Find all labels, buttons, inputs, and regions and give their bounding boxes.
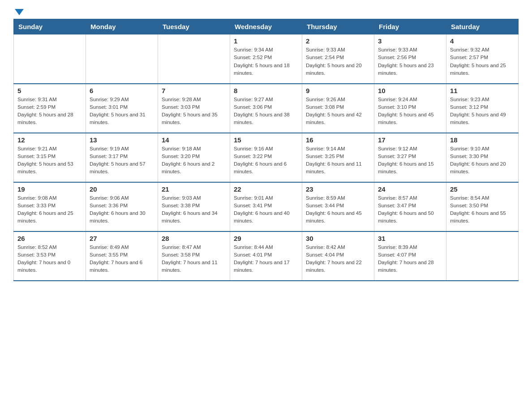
calendar-cell bbox=[14, 34, 86, 84]
calendar-cell: 11Sunrise: 9:23 AMSunset: 3:12 PMDayligh… bbox=[446, 84, 519, 133]
calendar-cell: 22Sunrise: 9:01 AMSunset: 3:41 PMDayligh… bbox=[230, 182, 302, 231]
calendar-cell: 3Sunrise: 9:33 AMSunset: 2:56 PMDaylight… bbox=[374, 34, 446, 84]
calendar-cell bbox=[86, 34, 158, 84]
column-header-thursday: Thursday bbox=[302, 19, 374, 34]
day-info: Sunrise: 9:26 AMSunset: 3:08 PMDaylight:… bbox=[306, 96, 370, 127]
calendar-cell bbox=[446, 231, 519, 281]
day-number: 29 bbox=[234, 235, 298, 242]
calendar-cell: 15Sunrise: 9:16 AMSunset: 3:22 PMDayligh… bbox=[230, 133, 302, 182]
column-header-friday: Friday bbox=[374, 19, 446, 34]
column-header-sunday: Sunday bbox=[14, 19, 86, 34]
column-header-monday: Monday bbox=[86, 19, 158, 34]
day-number: 26 bbox=[17, 235, 82, 242]
calendar-cell: 6Sunrise: 9:29 AMSunset: 3:01 PMDaylight… bbox=[86, 84, 158, 133]
calendar-cell: 18Sunrise: 9:10 AMSunset: 3:30 PMDayligh… bbox=[446, 133, 519, 182]
day-info: Sunrise: 8:49 AMSunset: 3:55 PMDaylight:… bbox=[90, 244, 154, 274]
calendar-cell: 10Sunrise: 9:24 AMSunset: 3:10 PMDayligh… bbox=[374, 84, 446, 133]
day-number: 24 bbox=[378, 185, 442, 193]
day-number: 9 bbox=[306, 87, 370, 94]
logo-triangle-icon bbox=[15, 9, 24, 15]
day-number: 28 bbox=[162, 235, 226, 242]
day-number: 13 bbox=[90, 136, 154, 144]
day-number: 21 bbox=[162, 185, 226, 193]
column-header-saturday: Saturday bbox=[446, 19, 519, 34]
day-info: Sunrise: 9:18 AMSunset: 3:20 PMDaylight:… bbox=[162, 145, 226, 176]
day-info: Sunrise: 8:39 AMSunset: 4:07 PMDaylight:… bbox=[378, 244, 442, 274]
day-number: 2 bbox=[306, 37, 370, 45]
day-info: Sunrise: 9:12 AMSunset: 3:27 PMDaylight:… bbox=[378, 145, 442, 176]
column-header-tuesday: Tuesday bbox=[158, 19, 230, 34]
day-number: 7 bbox=[162, 87, 226, 94]
calendar-cell: 4Sunrise: 9:32 AMSunset: 2:57 PMDaylight… bbox=[446, 34, 519, 84]
day-info: Sunrise: 8:47 AMSunset: 3:58 PMDaylight:… bbox=[162, 244, 226, 274]
day-number: 20 bbox=[90, 185, 154, 193]
day-number: 6 bbox=[90, 87, 154, 94]
day-info: Sunrise: 9:21 AMSunset: 3:15 PMDaylight:… bbox=[17, 145, 82, 176]
calendar-cell: 27Sunrise: 8:49 AMSunset: 3:55 PMDayligh… bbox=[86, 231, 158, 281]
calendar-week-row: 19Sunrise: 9:08 AMSunset: 3:33 PMDayligh… bbox=[14, 182, 519, 231]
day-number: 31 bbox=[378, 235, 442, 242]
calendar-cell: 24Sunrise: 8:57 AMSunset: 3:47 PMDayligh… bbox=[374, 182, 446, 231]
calendar-cell: 5Sunrise: 9:31 AMSunset: 2:59 PMDaylight… bbox=[14, 84, 86, 133]
calendar-cell: 26Sunrise: 8:52 AMSunset: 3:53 PMDayligh… bbox=[14, 231, 86, 281]
calendar-week-row: 1Sunrise: 9:34 AMSunset: 2:52 PMDaylight… bbox=[14, 34, 519, 84]
day-number: 19 bbox=[17, 185, 82, 193]
calendar-cell: 23Sunrise: 8:59 AMSunset: 3:44 PMDayligh… bbox=[302, 182, 374, 231]
day-info: Sunrise: 9:33 AMSunset: 2:56 PMDaylight:… bbox=[378, 46, 442, 77]
day-info: Sunrise: 9:34 AMSunset: 2:52 PMDaylight:… bbox=[234, 46, 298, 77]
calendar-cell: 1Sunrise: 9:34 AMSunset: 2:52 PMDaylight… bbox=[230, 34, 302, 84]
day-number: 22 bbox=[234, 185, 298, 193]
calendar-cell: 14Sunrise: 9:18 AMSunset: 3:20 PMDayligh… bbox=[158, 133, 230, 182]
day-info: Sunrise: 9:33 AMSunset: 2:54 PMDaylight:… bbox=[306, 46, 370, 77]
day-number: 1 bbox=[234, 37, 298, 45]
day-number: 25 bbox=[450, 185, 515, 193]
calendar-cell: 31Sunrise: 8:39 AMSunset: 4:07 PMDayligh… bbox=[374, 231, 446, 281]
day-info: Sunrise: 8:52 AMSunset: 3:53 PMDaylight:… bbox=[17, 244, 82, 274]
calendar-cell: 8Sunrise: 9:27 AMSunset: 3:06 PMDaylight… bbox=[230, 84, 302, 133]
day-number: 11 bbox=[450, 87, 515, 94]
calendar-cell: 20Sunrise: 9:06 AMSunset: 3:36 PMDayligh… bbox=[86, 182, 158, 231]
calendar-cell: 9Sunrise: 9:26 AMSunset: 3:08 PMDaylight… bbox=[302, 84, 374, 133]
day-info: Sunrise: 9:06 AMSunset: 3:36 PMDaylight:… bbox=[90, 194, 154, 225]
calendar-week-row: 12Sunrise: 9:21 AMSunset: 3:15 PMDayligh… bbox=[14, 133, 519, 182]
calendar-cell: 29Sunrise: 8:44 AMSunset: 4:01 PMDayligh… bbox=[230, 231, 302, 281]
calendar-table: SundayMondayTuesdayWednesdayThursdayFrid… bbox=[13, 19, 519, 281]
day-info: Sunrise: 9:08 AMSunset: 3:33 PMDaylight:… bbox=[17, 194, 82, 225]
day-number: 17 bbox=[378, 136, 442, 144]
day-info: Sunrise: 9:19 AMSunset: 3:17 PMDaylight:… bbox=[90, 145, 154, 176]
calendar-week-row: 5Sunrise: 9:31 AMSunset: 2:59 PMDaylight… bbox=[14, 84, 519, 133]
calendar-cell: 7Sunrise: 9:28 AMSunset: 3:03 PMDaylight… bbox=[158, 84, 230, 133]
calendar-cell: 19Sunrise: 9:08 AMSunset: 3:33 PMDayligh… bbox=[14, 182, 86, 231]
day-info: Sunrise: 9:03 AMSunset: 3:38 PMDaylight:… bbox=[162, 194, 226, 225]
calendar-cell: 12Sunrise: 9:21 AMSunset: 3:15 PMDayligh… bbox=[14, 133, 86, 182]
logo bbox=[13, 9, 24, 14]
day-info: Sunrise: 9:14 AMSunset: 3:25 PMDaylight:… bbox=[306, 145, 370, 176]
day-number: 18 bbox=[450, 136, 515, 144]
day-info: Sunrise: 9:32 AMSunset: 2:57 PMDaylight:… bbox=[450, 46, 515, 77]
day-info: Sunrise: 8:44 AMSunset: 4:01 PMDaylight:… bbox=[234, 244, 298, 274]
day-number: 27 bbox=[90, 235, 154, 242]
day-info: Sunrise: 9:23 AMSunset: 3:12 PMDaylight:… bbox=[450, 96, 515, 127]
column-header-wednesday: Wednesday bbox=[230, 19, 302, 34]
day-info: Sunrise: 9:16 AMSunset: 3:22 PMDaylight:… bbox=[234, 145, 298, 176]
page-header bbox=[13, 9, 519, 14]
calendar-cell: 25Sunrise: 8:54 AMSunset: 3:50 PMDayligh… bbox=[446, 182, 519, 231]
day-number: 12 bbox=[17, 136, 82, 144]
calendar-cell: 21Sunrise: 9:03 AMSunset: 3:38 PMDayligh… bbox=[158, 182, 230, 231]
day-number: 16 bbox=[306, 136, 370, 144]
day-info: Sunrise: 8:42 AMSunset: 4:04 PMDaylight:… bbox=[306, 244, 370, 274]
day-number: 3 bbox=[378, 37, 442, 45]
calendar-cell: 30Sunrise: 8:42 AMSunset: 4:04 PMDayligh… bbox=[302, 231, 374, 281]
calendar-cell: 16Sunrise: 9:14 AMSunset: 3:25 PMDayligh… bbox=[302, 133, 374, 182]
day-number: 10 bbox=[378, 87, 442, 94]
day-info: Sunrise: 9:01 AMSunset: 3:41 PMDaylight:… bbox=[234, 194, 298, 225]
calendar-cell: 28Sunrise: 8:47 AMSunset: 3:58 PMDayligh… bbox=[158, 231, 230, 281]
day-info: Sunrise: 9:28 AMSunset: 3:03 PMDaylight:… bbox=[162, 96, 226, 127]
day-info: Sunrise: 9:27 AMSunset: 3:06 PMDaylight:… bbox=[234, 96, 298, 127]
day-number: 15 bbox=[234, 136, 298, 144]
day-info: Sunrise: 8:57 AMSunset: 3:47 PMDaylight:… bbox=[378, 194, 442, 225]
calendar-week-row: 26Sunrise: 8:52 AMSunset: 3:53 PMDayligh… bbox=[14, 231, 519, 281]
day-number: 8 bbox=[234, 87, 298, 94]
day-number: 30 bbox=[306, 235, 370, 242]
day-info: Sunrise: 9:10 AMSunset: 3:30 PMDaylight:… bbox=[450, 145, 515, 176]
